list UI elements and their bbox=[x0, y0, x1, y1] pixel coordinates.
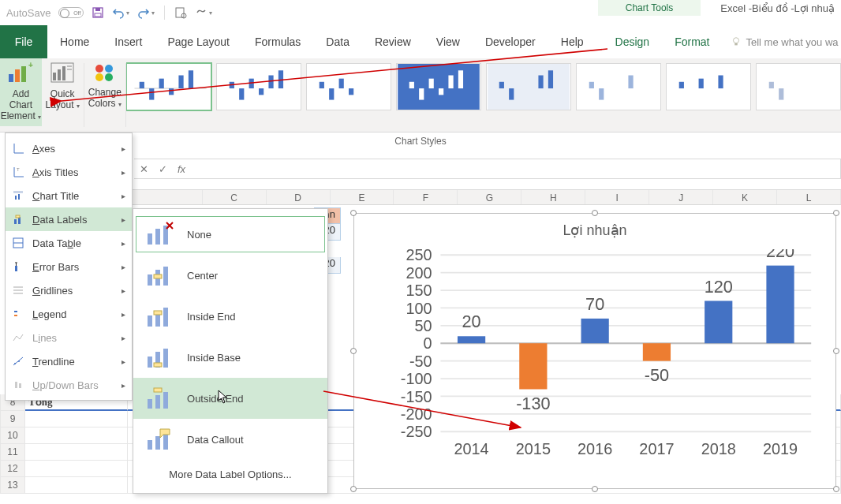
svg-text:250: 250 bbox=[406, 249, 432, 263]
svg-text:-200: -200 bbox=[401, 405, 432, 423]
quick-layout-button[interactable]: Quick Layout ▾ bbox=[42, 58, 84, 126]
data-labels-inside-base[interactable]: Inside Base bbox=[133, 337, 327, 378]
data-labels-none[interactable]: None bbox=[133, 214, 327, 255]
resize-handle[interactable] bbox=[592, 486, 598, 492]
col-E[interactable]: E bbox=[331, 190, 394, 204]
col-D[interactable]: D bbox=[267, 190, 331, 204]
menu-gridlines[interactable]: Gridlines▸ bbox=[6, 278, 132, 302]
chart-style-2[interactable] bbox=[216, 63, 301, 110]
resize-handle[interactable] bbox=[833, 210, 839, 216]
resize-handle[interactable] bbox=[833, 348, 839, 354]
col-J[interactable]: J bbox=[649, 190, 713, 204]
resize-handle[interactable] bbox=[350, 486, 357, 492]
undo-button[interactable]: ▾ bbox=[112, 6, 129, 19]
resize-handle[interactable] bbox=[833, 486, 839, 492]
menu-axes[interactable]: Axes▸ bbox=[6, 136, 132, 160]
tab-view[interactable]: View bbox=[424, 25, 473, 58]
autosave-toggle[interactable]: Off bbox=[58, 7, 84, 18]
data-labels-outside-end[interactable]: Outside End bbox=[133, 378, 327, 419]
col-L[interactable]: L bbox=[777, 190, 841, 204]
col-H[interactable]: H bbox=[521, 190, 585, 204]
col-I[interactable]: I bbox=[585, 190, 649, 204]
chart-style-1[interactable] bbox=[126, 63, 211, 110]
data-labels-inside-end[interactable]: Inside End bbox=[133, 296, 327, 337]
redo-button[interactable]: ▾ bbox=[137, 6, 155, 19]
svg-rect-30 bbox=[249, 79, 254, 88]
svg-text:2017: 2017 bbox=[639, 440, 674, 457]
svg-rect-115 bbox=[15, 382, 17, 388]
svg-rect-81 bbox=[458, 336, 485, 343]
tell-me-search[interactable]: Tell me what you wa bbox=[731, 25, 839, 58]
chart-style-3[interactable] bbox=[306, 63, 391, 110]
tab-format[interactable]: Format bbox=[662, 25, 722, 58]
col-G[interactable]: G bbox=[458, 190, 521, 204]
save-icon[interactable] bbox=[92, 6, 104, 19]
tab-developer[interactable]: Developer bbox=[473, 25, 548, 58]
row-9[interactable]: 9 bbox=[0, 411, 25, 427]
chart-style-8[interactable] bbox=[756, 63, 841, 110]
chart-object[interactable]: Lợi nhuận -250-200-150-100-5005010015020… bbox=[353, 213, 836, 489]
svg-text:-130: -130 bbox=[516, 394, 550, 413]
change-colors-button[interactable]: Change Colors ▾ bbox=[84, 58, 125, 126]
tab-insert[interactable]: Insert bbox=[102, 25, 155, 58]
menu-data-table[interactable]: Data Table▸ bbox=[6, 231, 132, 255]
menu-chart-title[interactable]: Chart Title▸ bbox=[6, 184, 132, 207]
resize-handle[interactable] bbox=[592, 210, 598, 216]
tab-design[interactable]: Design bbox=[603, 25, 663, 58]
menu-axis-titles[interactable]: TAxis Titles▸ bbox=[6, 160, 132, 184]
col-K[interactable]: K bbox=[713, 190, 777, 204]
chart-style-7[interactable] bbox=[666, 63, 751, 110]
svg-rect-111 bbox=[14, 311, 17, 312]
add-chart-element-button[interactable]: + Add Chart Element ▾ bbox=[0, 58, 42, 126]
svg-rect-25 bbox=[169, 88, 174, 95]
tab-formulas[interactable]: Formulas bbox=[242, 25, 313, 58]
svg-text:-50: -50 bbox=[409, 353, 432, 370]
menu-legend[interactable]: Legend▸ bbox=[6, 302, 132, 326]
formula-enter-button[interactable]: ✓ bbox=[153, 163, 172, 175]
formula-cancel-button[interactable]: ✕ bbox=[134, 163, 153, 175]
menu-trendline[interactable]: Trendline▸ bbox=[6, 349, 132, 373]
row-10[interactable]: 10 bbox=[0, 427, 25, 444]
fx-button[interactable]: fx bbox=[172, 163, 191, 175]
col-C[interactable]: C bbox=[203, 190, 267, 204]
chart-style-5[interactable] bbox=[486, 63, 571, 110]
data-labels-data-callout[interactable]: Data Callout bbox=[133, 419, 327, 460]
chart-plot-area[interactable]: -250-200-150-100-50050100150200250202014… bbox=[392, 249, 820, 463]
svg-rect-56 bbox=[769, 82, 774, 88]
tab-home[interactable]: Home bbox=[47, 25, 102, 58]
svg-rect-105 bbox=[16, 215, 20, 218]
tab-file[interactable]: File bbox=[0, 25, 47, 58]
row-13[interactable]: 13 bbox=[0, 477, 25, 494]
menu-error-bars[interactable]: Error Bars▸ bbox=[6, 255, 132, 278]
row-12[interactable]: 12 bbox=[0, 461, 25, 477]
resize-handle[interactable] bbox=[350, 348, 357, 354]
touch-mode-icon[interactable]: ▾ bbox=[195, 6, 212, 19]
chart-styles-gallery[interactable] bbox=[126, 58, 841, 132]
svg-text:-50: -50 bbox=[645, 365, 669, 385]
svg-rect-6 bbox=[734, 43, 738, 46]
svg-text:20: 20 bbox=[462, 312, 481, 331]
tab-data[interactable]: Data bbox=[313, 25, 362, 58]
svg-text:220: 220 bbox=[766, 249, 794, 261]
chart-tools-contextual-tab: Chart Tools bbox=[598, 0, 701, 16]
menu-data-labels[interactable]: Data Labels▸ bbox=[6, 207, 132, 231]
tab-help[interactable]: Help bbox=[548, 25, 596, 58]
svg-rect-14 bbox=[62, 66, 65, 80]
chart-style-4[interactable] bbox=[396, 63, 481, 110]
chart-title[interactable]: Lợi nhuận bbox=[354, 214, 835, 242]
col-F[interactable]: F bbox=[394, 190, 458, 204]
tab-review[interactable]: Review bbox=[362, 25, 424, 58]
ribbon: + Add Chart Element ▾ Quick Layout ▾ Cha… bbox=[0, 58, 841, 133]
data-labels-center[interactable]: Center bbox=[133, 255, 327, 296]
tab-page-layout[interactable]: Page Layout bbox=[155, 25, 242, 58]
resize-handle[interactable] bbox=[350, 210, 357, 216]
svg-text:120: 120 bbox=[705, 277, 733, 297]
svg-text:2015: 2015 bbox=[516, 440, 551, 457]
svg-rect-103 bbox=[14, 219, 17, 224]
chart-style-6[interactable] bbox=[576, 63, 661, 110]
print-preview-icon[interactable] bbox=[174, 6, 187, 19]
svg-rect-93 bbox=[705, 301, 732, 343]
more-data-label-options[interactable]: More Data Label Options... bbox=[133, 460, 327, 488]
row-11[interactable]: 11 bbox=[0, 444, 25, 461]
svg-rect-140 bbox=[163, 433, 168, 450]
